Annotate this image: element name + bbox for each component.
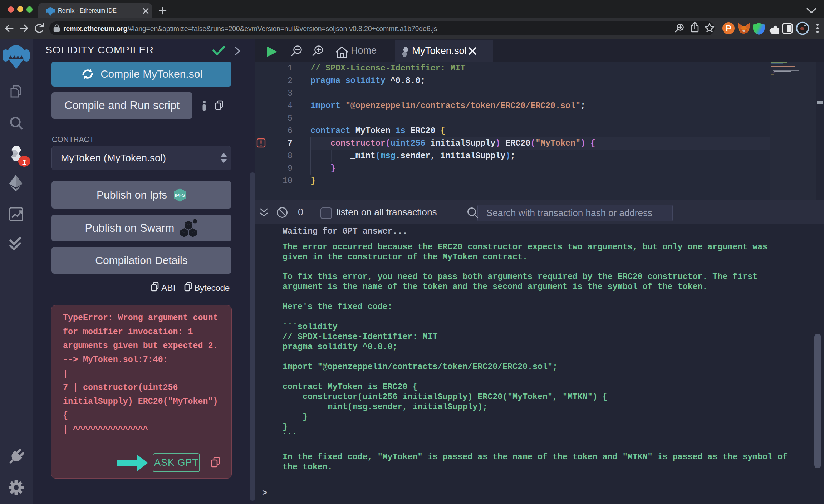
svg-text:P: P xyxy=(726,24,731,33)
svg-text:1: 1 xyxy=(22,158,26,167)
